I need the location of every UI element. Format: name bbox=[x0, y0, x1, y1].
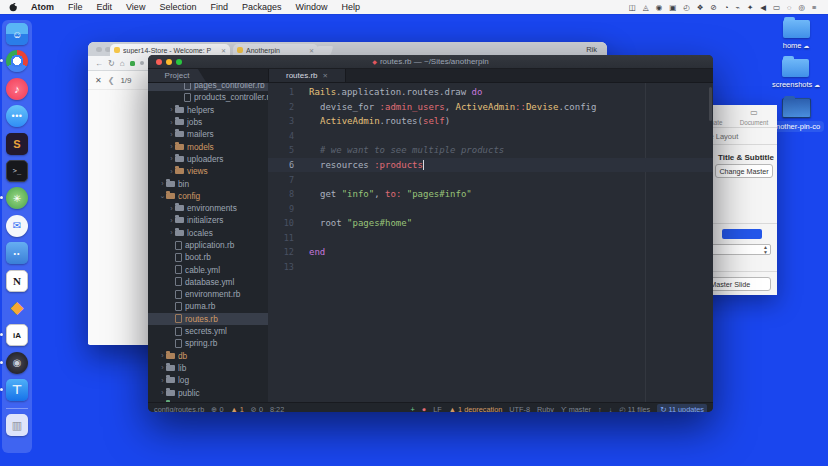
menu-item-window[interactable]: Window bbox=[288, 2, 334, 12]
tab-close-icon[interactable]: ✕ bbox=[323, 72, 328, 80]
status-segment[interactable]: Ruby bbox=[537, 405, 554, 413]
chrome-new-tab-button[interactable] bbox=[315, 46, 334, 55]
volume-icon[interactable]: ◀ bbox=[757, 3, 770, 12]
dock-finder-icon[interactable]: ☺ bbox=[6, 23, 28, 45]
tree-item-locales[interactable]: ›locales bbox=[148, 227, 268, 239]
code-editor[interactable]: 1Rails.application.routes.draw do2devise… bbox=[268, 83, 713, 402]
status-segment[interactable]: ◴ 11 files bbox=[619, 405, 650, 413]
battery-icon[interactable]: ▭ bbox=[770, 3, 784, 12]
home-button[interactable]: ⌂ bbox=[120, 59, 125, 68]
search-icon[interactable]: ◌ bbox=[784, 3, 795, 12]
color-well[interactable] bbox=[722, 229, 762, 239]
dock-terminal-icon[interactable]: >_ bbox=[6, 160, 28, 182]
status-segment[interactable]: + bbox=[411, 405, 415, 413]
tree-item-test[interactable]: ›test bbox=[148, 399, 268, 402]
dock-sketch-icon[interactable]: ◆ bbox=[6, 297, 28, 319]
tree-item-initializers[interactable]: ›initializers bbox=[148, 214, 268, 226]
timer-icon[interactable]: ◔ bbox=[720, 3, 732, 12]
tree-item-uploaders[interactable]: ›uploaders bbox=[148, 153, 268, 165]
desktop-folder-screenshots[interactable]: screenshots ☁ bbox=[772, 59, 820, 89]
tree-item-products_controller.rb[interactable]: products_controller.rb bbox=[148, 91, 268, 103]
window-tray-icon[interactable]: ◫ bbox=[625, 3, 639, 12]
project-tab[interactable]: Project bbox=[148, 69, 206, 82]
back-button[interactable]: ← bbox=[95, 59, 103, 68]
status-segment[interactable]: ↻ 11 updates bbox=[657, 404, 707, 413]
dock-trash-icon[interactable]: ▥ bbox=[6, 414, 28, 436]
tree-item-database.yml[interactable]: database.yml bbox=[148, 276, 268, 288]
tree-item-routes.rb[interactable]: routes.rb bbox=[148, 313, 268, 325]
tree-item-jobs[interactable]: ›jobs bbox=[148, 116, 268, 128]
tree-item-cable.yml[interactable]: cable.yml bbox=[148, 263, 268, 275]
tree-item-pages_controller.rb[interactable]: pages_controller.rb bbox=[148, 83, 268, 91]
menu-app-name[interactable]: Atom bbox=[24, 2, 61, 12]
tab-close-icon[interactable]: ✕ bbox=[309, 47, 314, 54]
status-file-path[interactable]: config/routes.rb bbox=[154, 405, 204, 413]
tree-item-application.rb[interactable]: application.rb bbox=[148, 239, 268, 251]
keynote-tab-document[interactable]: ▭Document bbox=[737, 108, 771, 126]
status-segment[interactable]: ↓ bbox=[609, 405, 613, 413]
menu-item-packages[interactable]: Packages bbox=[235, 2, 289, 12]
dock-chrome-icon[interactable] bbox=[6, 50, 28, 72]
tree-item-secrets.yml[interactable]: secrets.yml bbox=[148, 325, 268, 337]
dock-tweetbot-icon[interactable]: •• bbox=[6, 242, 28, 264]
tray-app-icon[interactable]: ◬ bbox=[639, 3, 652, 12]
file-tab[interactable]: routes.rb ✕ bbox=[269, 69, 346, 82]
grid-icon[interactable]: ▣ bbox=[666, 3, 680, 12]
dock-music-icon[interactable]: ♪ bbox=[6, 78, 28, 100]
tree-item-models[interactable]: ›models bbox=[148, 140, 268, 152]
extension-icon[interactable] bbox=[130, 61, 135, 66]
tree-item-public[interactable]: ›public bbox=[148, 386, 268, 398]
status-segment[interactable]: ϒ master bbox=[561, 405, 591, 413]
spark-icon[interactable]: ✦ bbox=[743, 3, 756, 12]
window-controls[interactable] bbox=[156, 59, 182, 65]
do-not-disturb-icon[interactable]: ⊘ bbox=[707, 3, 720, 12]
menu-item-file[interactable]: File bbox=[61, 2, 90, 12]
record-icon[interactable]: ◉ bbox=[652, 3, 666, 12]
notification-center-icon[interactable]: ≡ bbox=[809, 3, 820, 12]
cursor-position[interactable]: 8:22 bbox=[270, 405, 284, 413]
reload-button[interactable]: ↻ bbox=[108, 59, 115, 68]
linter-count[interactable]: ⊘ 0 bbox=[251, 405, 263, 413]
status-segment[interactable]: UTF-8 bbox=[509, 405, 530, 413]
menu-item-view[interactable]: View bbox=[119, 2, 152, 12]
menu-item-edit[interactable]: Edit bbox=[90, 2, 120, 12]
tree-item-environment.rb[interactable]: environment.rb bbox=[148, 288, 268, 300]
change-master-button[interactable]: Change Master bbox=[715, 164, 773, 178]
apple-menu-icon[interactable] bbox=[9, 2, 18, 12]
chrome-profile-name[interactable]: Rik bbox=[586, 45, 597, 54]
linter-count[interactable]: ▲ 1 bbox=[231, 405, 244, 413]
tree-item-environments[interactable]: ›environments bbox=[148, 202, 268, 214]
status-segment[interactable]: ● bbox=[422, 405, 426, 413]
tree-item-boot.rb[interactable]: boot.rb bbox=[148, 251, 268, 263]
status-segment[interactable]: ↑ bbox=[598, 405, 602, 413]
clock-tray-icon[interactable]: ◴ bbox=[680, 3, 694, 12]
viewer-prev-icon[interactable]: ❮ bbox=[108, 76, 115, 85]
flash-icon[interactable]: ⌁ bbox=[732, 3, 744, 12]
desktop-folder-home[interactable]: home ☁ bbox=[783, 20, 810, 50]
menu-item-selection[interactable]: Selection bbox=[152, 2, 203, 12]
tree-item-puma.rb[interactable]: puma.rb bbox=[148, 300, 268, 312]
tree-item-db[interactable]: ›db bbox=[148, 350, 268, 362]
dock-media-app-icon[interactable]: ◉ bbox=[6, 352, 28, 374]
tree-item-spring.rb[interactable]: spring.rb bbox=[148, 337, 268, 349]
menu-item-help[interactable]: Help bbox=[334, 2, 367, 12]
extension-icon[interactable] bbox=[140, 61, 144, 65]
tree-item-mailers[interactable]: ›mailers bbox=[148, 128, 268, 140]
tree-item-views[interactable]: ›views bbox=[148, 165, 268, 177]
dock-ia-writer-icon[interactable]: iA bbox=[6, 324, 28, 346]
siri-icon[interactable]: ◎ bbox=[795, 3, 809, 12]
status-segment[interactable]: LF bbox=[433, 405, 442, 413]
tab-close-icon[interactable]: ✕ bbox=[221, 47, 226, 54]
dock-green-app-icon[interactable]: ✳ bbox=[6, 187, 28, 209]
tree-item-helpers[interactable]: ›helpers bbox=[148, 104, 268, 116]
dock-keynote-icon[interactable]: ⊤ bbox=[6, 379, 28, 401]
dock-mail-icon[interactable]: ✉ bbox=[6, 215, 28, 237]
menu-item-find[interactable]: Find bbox=[203, 2, 235, 12]
tree-item-bin[interactable]: ›bin bbox=[148, 177, 268, 189]
linter-count[interactable]: ⊕ 0 bbox=[211, 405, 223, 413]
dock-slack-icon[interactable]: S bbox=[6, 133, 28, 155]
dock-notion-icon[interactable]: N bbox=[6, 270, 28, 292]
tree-item-lib[interactable]: ›lib bbox=[148, 362, 268, 374]
viewer-close-icon[interactable]: ✕ bbox=[95, 76, 102, 85]
diamond-tray-icon[interactable]: ❖ bbox=[693, 3, 707, 12]
